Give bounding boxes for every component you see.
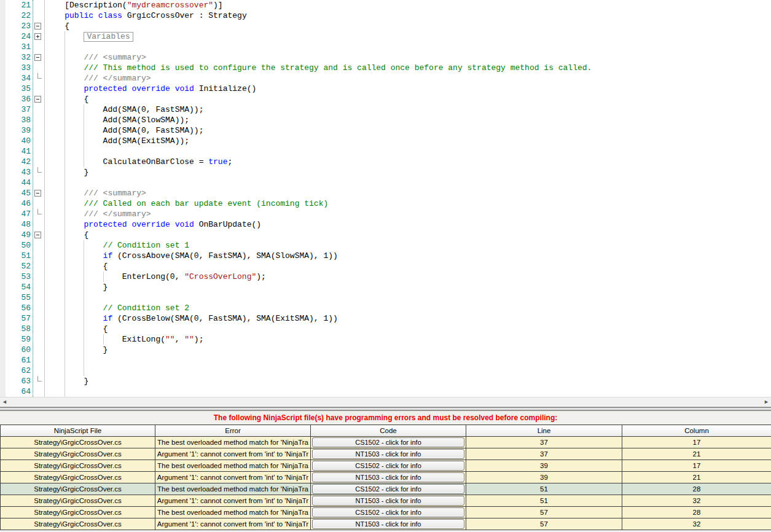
code-line[interactable]: 40Add(SMA(ExitSMA)); [0, 136, 771, 146]
code-line[interactable]: 22public class GrgicCrossOver : Strategy [0, 10, 771, 21]
file-cell: Strategy\GrgicCrossOver.cs [1, 460, 155, 472]
code-text: /// <summary> [45, 52, 146, 63]
indent-guide [84, 146, 84, 157]
code-line[interactable]: 35protected override void Initialize() [0, 84, 771, 94]
column-header-line[interactable]: Line [466, 425, 622, 437]
error-row[interactable]: Strategy\GrgicCrossOver.csArgument '1': … [1, 518, 771, 530]
code-line[interactable]: 21[Description("mydreamcrossover")] [0, 0, 771, 10]
error-code-button[interactable]: CS1502 - click for info [312, 484, 464, 494]
code-line[interactable]: 61 [0, 355, 771, 366]
code-line[interactable]: 46/// Called on each bar update event (i… [0, 198, 771, 209]
fold-collapse-icon[interactable] [34, 96, 41, 103]
error-row[interactable]: Strategy\GrgicCrossOver.csThe best overl… [1, 437, 771, 448]
column-header-file[interactable]: NinjaScript File [1, 425, 155, 437]
line-number: 64 [6, 386, 31, 397]
code-line[interactable]: 33/// This method is used to configure t… [0, 63, 771, 73]
error-row[interactable]: Strategy\GrgicCrossOver.csThe best overl… [1, 483, 771, 495]
horizontal-scrollbar[interactable]: ◄ ► [0, 397, 771, 406]
error-code-button[interactable]: NT1503 - click for info [312, 519, 464, 529]
error-row[interactable]: Strategy\GrgicCrossOver.csArgument '1': … [1, 472, 771, 483]
code-line[interactable]: 58{ [0, 324, 771, 334]
code-line[interactable]: 36{ [0, 94, 771, 104]
code-text: // Condition set 2 [45, 303, 189, 313]
line-number: 31 [6, 42, 31, 52]
error-code-button[interactable]: CS1502 - click for info [312, 461, 464, 471]
fold-collapse-icon[interactable] [34, 23, 41, 29]
code-cell: NT1503 - click for info [311, 495, 466, 507]
column-header-code[interactable]: Code [311, 425, 466, 437]
code-line[interactable]: 44 [0, 178, 771, 188]
fold-collapse-icon[interactable] [34, 54, 41, 61]
code-line[interactable]: 42CalculateOnBarClose = true; [0, 157, 771, 167]
error-code-button[interactable]: CS1502 - click for info [312, 507, 464, 517]
code-line[interactable]: 41 [0, 146, 771, 157]
line-cell: 37 [466, 437, 622, 448]
column-header-column[interactable]: Column [622, 425, 771, 437]
error-row[interactable]: Strategy\GrgicCrossOver.csArgument '1': … [1, 448, 771, 460]
scroll-right-icon[interactable]: ► [762, 397, 771, 407]
error-code-button[interactable]: CS1502 - click for info [312, 437, 464, 447]
error-row[interactable]: Strategy\GrgicCrossOver.csThe best overl… [1, 460, 771, 472]
code-line[interactable]: 32/// <summary> [0, 52, 771, 63]
line-cell: 39 [466, 472, 622, 483]
error-code-button[interactable]: NT1503 - click for info [312, 496, 464, 506]
code-line[interactable]: 34/// </summary> [0, 73, 771, 84]
fold-expand-icon[interactable] [34, 33, 41, 40]
code-editor[interactable]: 21[Description("mydreamcrossover")]22pub… [0, 0, 771, 397]
code-lines: 21[Description("mydreamcrossover")]22pub… [0, 0, 771, 397]
line-number: 45 [6, 188, 31, 198]
code-line[interactable]: 53EnterLong(0, "CrossOverLong"); [0, 272, 771, 282]
code-line[interactable]: 49{ [0, 230, 771, 240]
code-line[interactable]: 62 [0, 366, 771, 376]
code-line[interactable]: 56// Condition set 2 [0, 303, 771, 313]
line-number: 41 [6, 146, 31, 157]
code-line[interactable]: 45/// <summary> [0, 188, 771, 198]
line-number: 57 [6, 313, 31, 324]
code-line[interactable]: 43} [0, 167, 771, 178]
panel-splitter[interactable] [0, 406, 771, 412]
fold-end-icon [37, 209, 42, 214]
code-line[interactable]: 23{ [0, 21, 771, 31]
indent-guide [84, 355, 84, 366]
column-cell: 21 [622, 472, 771, 483]
code-line[interactable]: 63} [0, 376, 771, 386]
code-line[interactable]: 47/// </summary> [0, 209, 771, 219]
indent-guide [65, 178, 65, 188]
error-cell: The best overloaded method match for 'Ni… [155, 437, 311, 448]
code-line[interactable]: 59ExitLong("", ""); [0, 334, 771, 345]
fold-collapse-icon[interactable] [34, 190, 41, 197]
code-text: } [45, 376, 88, 386]
error-row[interactable]: Strategy\GrgicCrossOver.csThe best overl… [1, 507, 771, 518]
code-line[interactable]: 57if (CrossBelow(SMA(0, FastSMA), SMA(Ex… [0, 313, 771, 324]
code-text: public class GrgicCrossOver : Strategy [45, 10, 247, 21]
code-line[interactable]: 55 [0, 292, 771, 303]
fold-collapse-icon[interactable] [34, 232, 41, 238]
code-line[interactable]: 64 [0, 386, 771, 397]
error-code-button[interactable]: NT1503 - click for info [312, 449, 464, 459]
code-line[interactable]: 38Add(SMA(SlowSMA)); [0, 115, 771, 125]
code-line[interactable]: 50// Condition set 1 [0, 240, 771, 251]
code-line[interactable]: 54} [0, 282, 771, 292]
code-text: } [45, 345, 108, 355]
scroll-left-icon[interactable]: ◄ [0, 397, 9, 407]
line-number: 59 [6, 334, 31, 345]
code-text: { [45, 94, 88, 104]
code-text: CalculateOnBarClose = true; [45, 157, 232, 167]
code-line[interactable]: 24Variables [0, 31, 771, 42]
code-line[interactable]: 39Add(SMA(0, FastSMA)); [0, 125, 771, 136]
code-line[interactable]: 60} [0, 345, 771, 355]
code-line[interactable]: 51if (CrossAbove(SMA(0, FastSMA), SMA(Sl… [0, 251, 771, 261]
code-text: Variables [45, 31, 133, 42]
code-line[interactable]: 31 [0, 42, 771, 52]
code-line[interactable]: 48protected override void OnBarUpdate() [0, 219, 771, 230]
code-line[interactable]: 52{ [0, 261, 771, 272]
error-row[interactable]: Strategy\GrgicCrossOver.csArgument '1': … [1, 495, 771, 507]
code-text: { [45, 230, 88, 240]
line-cell: 57 [466, 518, 622, 530]
column-header-error[interactable]: Error [155, 425, 311, 437]
code-line[interactable]: 37Add(SMA(0, FastSMA)); [0, 104, 771, 115]
line-number: 53 [6, 272, 31, 282]
line-number: 48 [6, 219, 31, 230]
collapsed-region-box[interactable]: Variables [84, 32, 133, 42]
error-code-button[interactable]: NT1503 - click for info [312, 472, 464, 482]
